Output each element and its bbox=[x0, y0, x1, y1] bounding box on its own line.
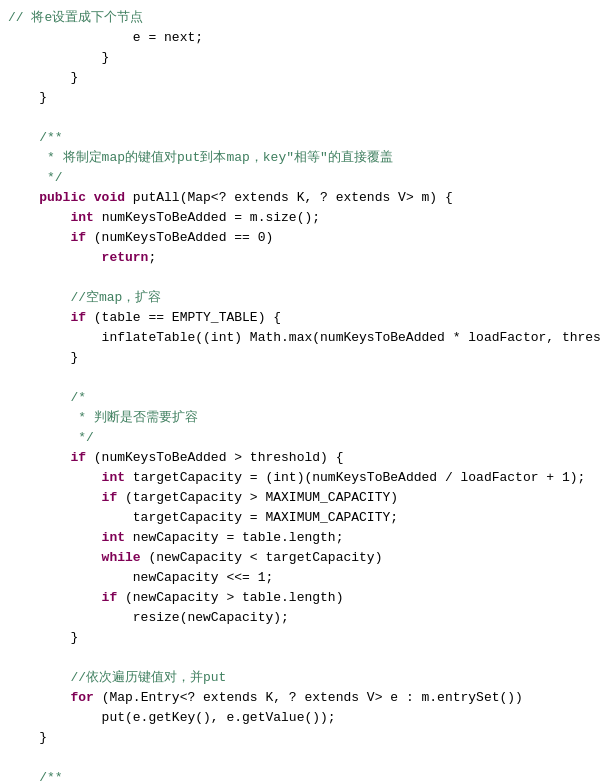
comment-token: /* bbox=[8, 388, 86, 408]
text-token: targetCapacity = (int)(numKeysToBeAdded … bbox=[125, 468, 585, 488]
code-line: newCapacity <<= 1; bbox=[0, 568, 601, 588]
code-line: //依次遍历键值对，并put bbox=[0, 668, 601, 688]
text-token: } bbox=[8, 728, 47, 748]
code-line: //空map，扩容 bbox=[0, 288, 601, 308]
code-line: inflateTable((int) Math.max(numKeysToBeA… bbox=[0, 328, 601, 348]
code-line: /* bbox=[0, 388, 601, 408]
text-token: } bbox=[8, 48, 109, 68]
code-line: } bbox=[0, 48, 601, 68]
code-line: if (targetCapacity > MAXIMUM_CAPACITY) bbox=[0, 488, 601, 508]
code-line: } bbox=[0, 88, 601, 108]
code-line: } bbox=[0, 628, 601, 648]
keyword-token: int bbox=[8, 468, 125, 488]
comment-token: //依次遍历键值对，并put bbox=[8, 668, 226, 688]
keyword-token: void bbox=[86, 188, 125, 208]
keyword-token: if bbox=[8, 488, 117, 508]
code-line: */ bbox=[0, 428, 601, 448]
text-token: } bbox=[8, 348, 78, 368]
text-token: (targetCapacity > MAXIMUM_CAPACITY) bbox=[117, 488, 398, 508]
text-token: } bbox=[8, 68, 78, 88]
code-line: * 将制定map的键值对put到本map，key"相等"的直接覆盖 bbox=[0, 148, 601, 168]
code-line: if (numKeysToBeAdded == 0) bbox=[0, 228, 601, 248]
code-line bbox=[0, 268, 601, 288]
keyword-token: public bbox=[8, 188, 86, 208]
code-line: // 将e设置成下个节点 bbox=[0, 8, 601, 28]
code-line: int newCapacity = table.length; bbox=[0, 528, 601, 548]
text-token: (newCapacity < targetCapacity) bbox=[141, 548, 383, 568]
code-line bbox=[0, 648, 601, 668]
code-line: if (table == EMPTY_TABLE) { bbox=[0, 308, 601, 328]
comment-token: * 将制定map的键值对put到本map，key"相等"的直接覆盖 bbox=[8, 148, 393, 168]
keyword-token: if bbox=[8, 448, 86, 468]
comment-token: /** bbox=[8, 768, 63, 782]
code-line bbox=[0, 368, 601, 388]
keyword-token: if bbox=[8, 308, 86, 328]
code-line bbox=[0, 108, 601, 128]
text-token: numKeysToBeAdded = m.size(); bbox=[94, 208, 320, 228]
text-token: resize(newCapacity); bbox=[8, 608, 289, 628]
code-line: * 判断是否需要扩容 bbox=[0, 408, 601, 428]
comment-token: //空map，扩容 bbox=[8, 288, 161, 308]
keyword-token: return bbox=[8, 248, 148, 268]
code-editor: // 将e设置成下个节点 e = next; } } } /** * 将制定ma… bbox=[0, 0, 601, 782]
comment-token: // 将e设置成下个节点 bbox=[8, 8, 143, 28]
code-line: e = next; bbox=[0, 28, 601, 48]
text-token: (table == EMPTY_TABLE) { bbox=[86, 308, 281, 328]
keyword-token: if bbox=[8, 588, 117, 608]
text-token: (Map.Entry<? extends K, ? extends V> e :… bbox=[94, 688, 523, 708]
text-token: (numKeysToBeAdded > threshold) { bbox=[86, 448, 343, 468]
code-line: while (newCapacity < targetCapacity) bbox=[0, 548, 601, 568]
code-line: } bbox=[0, 348, 601, 368]
code-line: put(e.getKey(), e.getValue()); bbox=[0, 708, 601, 728]
code-line: targetCapacity = MAXIMUM_CAPACITY; bbox=[0, 508, 601, 528]
keyword-token: while bbox=[8, 548, 141, 568]
text-token: targetCapacity = MAXIMUM_CAPACITY; bbox=[8, 508, 398, 528]
comment-token: */ bbox=[8, 428, 94, 448]
comment-token: * 判断是否需要扩容 bbox=[8, 408, 198, 428]
text-token: put(e.getKey(), e.getValue()); bbox=[8, 708, 336, 728]
keyword-token: for bbox=[8, 688, 94, 708]
text-token: newCapacity = table.length; bbox=[125, 528, 343, 548]
code-line: public void putAll(Map<? extends K, ? ex… bbox=[0, 188, 601, 208]
code-line: for (Map.Entry<? extends K, ? extends V>… bbox=[0, 688, 601, 708]
text-token: newCapacity <<= 1; bbox=[8, 568, 273, 588]
text-token: (newCapacity > table.length) bbox=[117, 588, 343, 608]
code-line: /** bbox=[0, 768, 601, 782]
code-line: /** bbox=[0, 128, 601, 148]
comment-token: */ bbox=[8, 168, 63, 188]
text-token: } bbox=[8, 628, 78, 648]
comment-token: /** bbox=[8, 128, 63, 148]
code-line bbox=[0, 748, 601, 768]
code-line: int numKeysToBeAdded = m.size(); bbox=[0, 208, 601, 228]
code-line: return; bbox=[0, 248, 601, 268]
keyword-token: if bbox=[8, 228, 86, 248]
text-token: inflateTable((int) Math.max(numKeysToBeA… bbox=[8, 328, 601, 348]
code-line: if (newCapacity > table.length) bbox=[0, 588, 601, 608]
text-token: ; bbox=[148, 248, 156, 268]
code-line: */ bbox=[0, 168, 601, 188]
code-line: } bbox=[0, 728, 601, 748]
text-token: (numKeysToBeAdded == 0) bbox=[86, 228, 273, 248]
text-token: putAll(Map<? extends K, ? extends V> m) … bbox=[125, 188, 453, 208]
keyword-token: int bbox=[8, 528, 125, 548]
text-token: e = next; bbox=[8, 28, 203, 48]
code-line: resize(newCapacity); bbox=[0, 608, 601, 628]
text-token: } bbox=[8, 88, 47, 108]
keyword-token: int bbox=[8, 208, 94, 228]
code-line: } bbox=[0, 68, 601, 88]
code-line: if (numKeysToBeAdded > threshold) { bbox=[0, 448, 601, 468]
code-line: int targetCapacity = (int)(numKeysToBeAd… bbox=[0, 468, 601, 488]
